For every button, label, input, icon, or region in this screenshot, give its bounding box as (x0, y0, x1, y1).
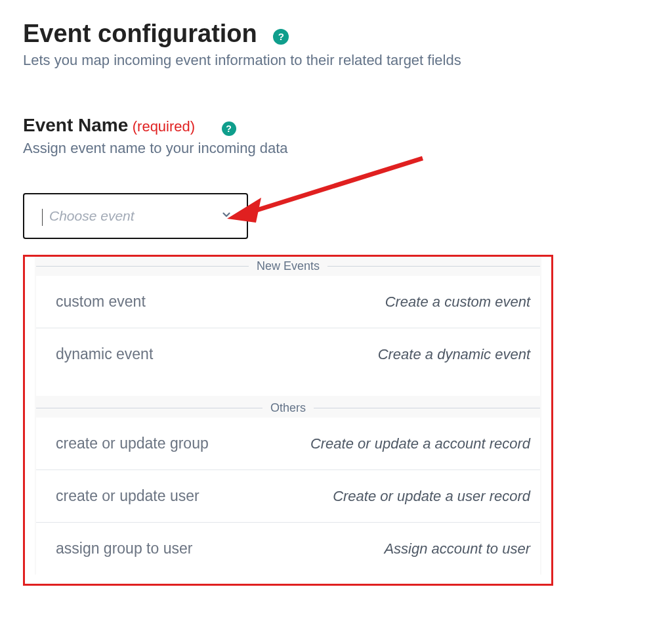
option-assign-group-to-user[interactable]: assign group to user Assign account to u… (36, 523, 540, 575)
option-name: create or update user (56, 487, 200, 505)
page-header: Event configuration ? Lets you map incom… (23, 20, 649, 69)
section-subtitle: Assign event name to your incoming data (23, 140, 649, 157)
option-custom-event[interactable]: custom event Create a custom event (36, 276, 540, 328)
option-name: assign group to user (56, 540, 192, 557)
group-gap (36, 380, 540, 396)
event-dropdown-panel: New Events custom event Create a custom … (23, 255, 553, 586)
group-label: Others (262, 401, 314, 415)
divider (36, 266, 249, 267)
group-header: New Events (36, 257, 540, 276)
option-dynamic-event[interactable]: dynamic event Create a dynamic event (36, 328, 540, 380)
option-name: custom event (56, 293, 146, 311)
group-list: custom event Create a custom event dynam… (36, 276, 540, 380)
option-desc: Create a custom event (385, 294, 530, 311)
event-select[interactable]: Choose event (23, 193, 248, 239)
option-create-update-group[interactable]: create or update group Create or update … (36, 418, 540, 470)
option-desc: Assign account to user (384, 540, 530, 557)
divider (314, 408, 540, 408)
option-create-update-user[interactable]: create or update user Create or update a… (36, 470, 540, 523)
help-icon[interactable]: ? (222, 121, 236, 136)
help-icon[interactable]: ? (273, 29, 289, 45)
option-name: create or update group (56, 435, 209, 452)
text-cursor (42, 209, 43, 226)
page-subtitle: Lets you map incoming event information … (23, 52, 649, 69)
group-label: New Events (249, 259, 327, 273)
group-list: create or update group Create or update … (36, 418, 540, 575)
dropdown-inner: New Events custom event Create a custom … (35, 257, 541, 575)
option-desc: Create or update a account record (310, 435, 530, 452)
divider (327, 266, 540, 267)
chevron-down-icon (220, 209, 232, 223)
event-name-section: Event Name (required) ? Assign event nam… (23, 115, 649, 239)
option-desc: Create a dynamic event (378, 346, 530, 363)
section-heading-row: Event Name (required) ? (23, 115, 649, 136)
group-header: Others (36, 396, 540, 418)
select-placeholder: Choose event (43, 208, 135, 224)
option-name: dynamic event (56, 345, 153, 363)
option-desc: Create or update a user record (333, 488, 530, 505)
required-tag: (required) (133, 118, 195, 135)
page-title: Event configuration (23, 20, 257, 48)
divider (36, 408, 262, 408)
section-title: Event Name (23, 115, 128, 135)
